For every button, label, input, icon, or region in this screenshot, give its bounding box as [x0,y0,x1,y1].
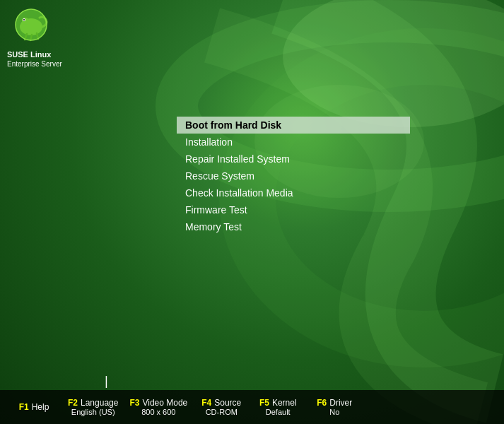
fn-group-f3[interactable]: F3Video Mode800 x 600 [124,396,193,418]
fn-key-f1: F1 [19,402,29,412]
fn-group-f4[interactable]: F4SourceCD-ROM [193,396,250,418]
fn-key-f3: F3 [129,398,139,408]
menu-item-1[interactable]: Installation [177,134,410,151]
fn-label-f5: Kernel [272,398,297,408]
fn-group-f2[interactable]: F2LanguageEnglish (US) [62,396,124,418]
text-cursor: | [102,375,110,389]
menu-item-2[interactable]: Repair Installed System [177,151,410,167]
menu-item-5[interactable]: Firmware Test [177,201,410,218]
fn-value-f5: Default [266,408,291,416]
fn-group-f1[interactable]: F1Help [6,401,62,413]
fn-label-f2: Language [81,398,118,408]
fn-value-f6: No [329,408,339,416]
logo-area: SUSE Linux Enterprise Server [7,7,62,69]
boot-menu: Boot from Hard DiskInstallationRepair In… [177,117,410,235]
fn-label-f1: Help [32,402,49,412]
fn-label-f6: Driver [329,398,352,408]
fn-key-f6: F6 [317,398,327,408]
menu-item-3[interactable]: Rescue System [177,167,410,184]
fn-group-f5[interactable]: F5KernelDefault [250,396,306,418]
menu-item-6[interactable]: Memory Test [177,218,410,235]
fn-value-f3: 800 x 600 [141,408,175,416]
menu-item-4[interactable]: Check Installation Media [177,184,410,201]
bottom-bar: F1HelpF2LanguageEnglish (US)F3Video Mode… [0,390,504,424]
menu-item-0[interactable]: Boot from Hard Disk [177,117,410,134]
fn-value-f4: CD-ROM [206,408,238,416]
fn-label-f3: Video Mode [142,398,187,408]
svg-point-6 [22,18,29,25]
fn-group-f6[interactable]: F6DriverNo [306,396,363,418]
fn-key-f5: F5 [259,398,269,408]
fn-key-f4: F4 [201,398,211,408]
svg-point-8 [23,19,25,20]
fn-label-f4: Source [214,398,241,408]
fn-key-f2: F2 [68,398,78,408]
suse-logo-icon [7,7,55,48]
logo-text: SUSE Linux Enterprise Server [7,49,62,69]
fn-value-f2: English (US) [71,408,115,416]
